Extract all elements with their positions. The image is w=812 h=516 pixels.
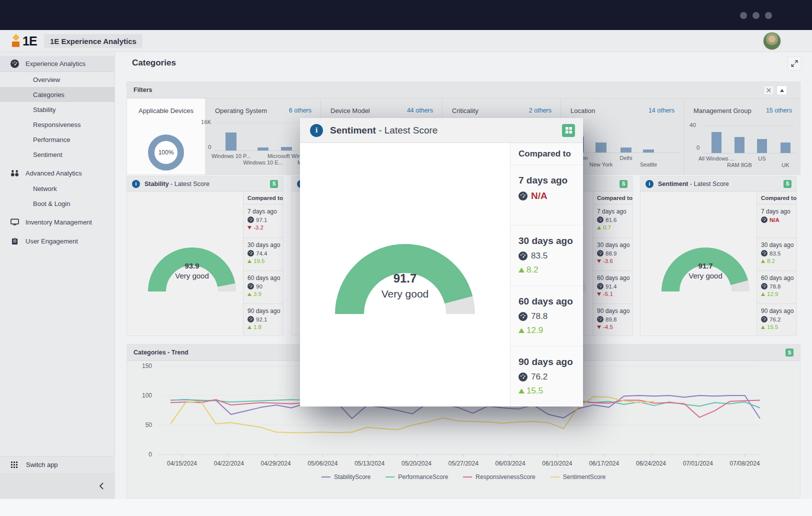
sentiment-score-modal: i Sentiment - Latest Score 91.7Very good… [300, 118, 583, 406]
bar[interactable] [734, 137, 744, 153]
score-badge[interactable]: S [620, 180, 628, 188]
sidebar-item-boot-login[interactable]: Boot & Login [0, 196, 114, 211]
compare-item: 7 days agoN/A [757, 204, 796, 238]
compare-value-text: 90 [256, 284, 262, 290]
applicable-devices-donut[interactable]: 100% [148, 134, 184, 170]
chevron-left-icon [99, 482, 104, 490]
info-icon[interactable]: i [310, 124, 323, 137]
bar[interactable] [712, 132, 722, 153]
window-dot-1[interactable] [740, 12, 747, 19]
sidebar-item-stability[interactable]: Stability [0, 102, 114, 117]
bar[interactable] [643, 150, 654, 152]
compare-delta-text: 15.5 [767, 324, 778, 330]
compare-delta-text: 1.8 [254, 324, 262, 330]
compare-value: 74.4 [248, 250, 281, 256]
sidebar-item-overview[interactable]: Overview [0, 72, 114, 87]
delta-up-icon [248, 326, 252, 329]
filter-others-link[interactable]: 6 others [289, 107, 312, 114]
legend-label: StabilityScore [334, 474, 370, 480]
compare-delta-text: 19.5 [254, 258, 264, 264]
compare-delta-text: 0.7 [603, 224, 611, 230]
bar[interactable] [226, 132, 236, 150]
bar[interactable] [596, 142, 606, 152]
compare-period: 90 days ago [761, 308, 794, 314]
y-axis-max-label: 16K [201, 119, 211, 125]
compare-value: 81.6 [597, 216, 630, 223]
bar[interactable] [620, 148, 632, 152]
y-tick-label: 0 [148, 451, 152, 458]
compare-item: 7 days agoN/A [510, 165, 583, 225]
legend-item-StabilityScore[interactable]: StabilityScore [322, 474, 370, 480]
sidebar-item-inventory-management[interactable]: Inventory Management [0, 214, 114, 230]
score-gauge: 91.7Very good [662, 248, 750, 292]
compare-value-text: 89.8 [606, 316, 616, 322]
trend-legend: StabilityScorePerformanceScoreResponsive… [127, 474, 800, 480]
x-tick-label: 05/06/2024 [308, 460, 338, 467]
compare-delta: 1.8 [248, 324, 281, 330]
speedometer-icon [518, 192, 528, 200]
compare-value: 78.8 [518, 312, 580, 322]
speedometer-icon [518, 252, 528, 260]
compare-delta-text: 15.5 [526, 386, 543, 396]
sidebar-item-advanced-analytics[interactable]: Advanced Analytics [0, 165, 114, 181]
score-badge[interactable]: S [784, 180, 792, 188]
filters-close-button[interactable] [764, 86, 774, 95]
sidebar-item-performance[interactable]: Performance [0, 132, 114, 147]
sidebar-item-sentiment[interactable]: Sentiment [0, 147, 114, 162]
bar-label: Windows 10 P... [212, 153, 250, 159]
bar[interactable] [757, 139, 767, 153]
applicable-devices-label: Applicable Devices [127, 107, 205, 114]
filter-others-link[interactable]: 2 others [529, 107, 552, 114]
compare-delta-text: 8.2 [526, 265, 538, 275]
filter-label-location: Location [570, 107, 595, 114]
sidebar-item-categories[interactable]: Categories [0, 87, 114, 102]
compare-delta-text: 3.9 [254, 291, 262, 297]
app-title: 1E Experience Analytics [44, 34, 142, 48]
compare-value: 90 [248, 283, 281, 290]
filter-others-link[interactable]: 14 others [648, 107, 674, 114]
sidebar-item-network[interactable]: Network [0, 181, 114, 196]
filter-label-management-group: Management Group [694, 107, 752, 114]
sidebar-item-label: User Engagement [26, 238, 78, 245]
widget-badge[interactable] [562, 124, 575, 137]
score-badge[interactable]: S [270, 180, 278, 188]
legend-item-PerformanceScore[interactable]: PerformanceScore [386, 474, 448, 480]
x-tick-label: 06/03/2024 [496, 460, 526, 467]
x-tick-label: 07/01/2024 [683, 460, 713, 467]
sidebar-item-experience-analytics[interactable]: Experience Analytics [0, 56, 114, 72]
compare-delta-text: -4.5 [603, 324, 613, 330]
delta-up-icon [761, 326, 765, 329]
1e-logo[interactable]: 1E [12, 34, 37, 48]
speedometer-icon [597, 216, 604, 223]
filter-others-link[interactable]: 44 others [407, 107, 433, 114]
bar[interactable] [780, 142, 790, 153]
window-dot-3[interactable] [765, 12, 772, 19]
bar[interactable] [258, 148, 268, 150]
fullscreen-toggle-button[interactable] [788, 56, 802, 70]
sidebar-collapse-button[interactable] [0, 473, 115, 499]
info-icon[interactable]: i [646, 180, 654, 188]
delta-up-icon [248, 260, 252, 263]
legend-item-SentimentScore[interactable]: SentimentScore [550, 474, 606, 480]
compare-value: 89.8 [597, 316, 630, 322]
compare-period: 90 days ago [248, 308, 281, 314]
filters-collapse-button[interactable] [776, 86, 787, 95]
filter-label-criticality: Criticality [452, 107, 478, 114]
bar-label: Seattle [640, 162, 657, 168]
compared-to-panel: Compared to7 days ago81.60.730 days ago8… [592, 192, 632, 336]
sidebar-item-responsiveness[interactable]: Responsiveness [0, 117, 114, 132]
sidebar-item-label: Boot & Login [33, 200, 70, 208]
sidebar-item-user-engagement[interactable]: User Engagement [0, 233, 114, 249]
info-icon[interactable]: i [132, 180, 140, 188]
x-tick-label: 05/20/2024 [402, 460, 432, 467]
sidebar-item-label: Inventory Management [26, 218, 92, 226]
user-avatar[interactable] [763, 32, 781, 50]
filter-others-link[interactable]: 15 others [766, 107, 792, 114]
clipboard-icon [10, 236, 19, 246]
window-dot-2[interactable] [752, 12, 760, 19]
switch-app-button[interactable]: Switch app [0, 456, 115, 473]
bar-label: UK [782, 162, 789, 168]
bar[interactable] [281, 147, 292, 150]
legend-item-ResponsivenessScore[interactable]: ResponsivenessScore [463, 474, 535, 480]
speedometer-icon [248, 283, 254, 290]
